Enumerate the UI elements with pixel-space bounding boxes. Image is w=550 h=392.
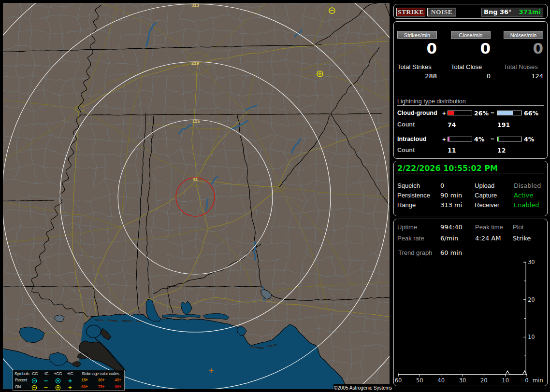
total-close-label: Total Close — [451, 63, 482, 70]
legend-age-75+: 75+ — [98, 384, 105, 390]
noise-button[interactable]: NOISE — [427, 8, 456, 16]
total-noises-label: Total Noises — [504, 63, 538, 70]
ring-label-313: 313 — [191, 3, 199, 8]
legend-row-label: Old — [15, 384, 21, 390]
bearing-label: Bng 36° — [484, 8, 512, 16]
cg-count-label: Count — [397, 121, 415, 128]
legend-row-label: Recent — [15, 378, 27, 383]
status-divider — [396, 173, 545, 173]
svg-text:min: min — [533, 377, 543, 384]
ic-negative-count: 12 — [497, 147, 506, 154]
lightning-map[interactable]: 31321912531 Symbols -CG -IC +CG +IC Stri… — [3, 3, 390, 389]
trend-line — [398, 371, 527, 375]
nexstorm-app: { "header": { "strike_button": "STRIKE",… — [0, 0, 550, 392]
datetime: 2/22/2026 10:55:02 PM — [397, 164, 498, 173]
plus-icon — [67, 378, 73, 384]
noises-per-min-button[interactable]: Noises/min — [504, 31, 543, 39]
intracloud-label: Intracloud — [397, 136, 426, 142]
legend-age-45+: 45+ — [115, 378, 121, 383]
ic-positive-count: 11 — [448, 147, 456, 154]
legend-col-header-nic: -IC — [43, 371, 48, 377]
svg-text:20: 20 — [480, 377, 488, 384]
range-value: 313 mi — [440, 201, 462, 209]
minus-icon — [43, 385, 49, 391]
svg-text:50: 50 — [416, 377, 423, 384]
counters-panel: Strikes/min Close/min Noises/min 0 0 0 T… — [393, 21, 548, 159]
circle-minus-icon — [31, 378, 38, 384]
map-svg: 31321912531 — [3, 3, 390, 389]
svg-text:60: 60 — [395, 377, 402, 384]
plus-icon — [67, 385, 73, 391]
circle-minus-icon — [31, 385, 38, 391]
squelch-label: Squelch — [397, 182, 420, 189]
svg-text:40: 40 — [437, 377, 445, 384]
circle-plus-icon — [55, 385, 61, 391]
cg-negative-pct: 66% — [524, 110, 538, 117]
total-close-value: 0 — [451, 72, 491, 80]
distribution-title: Lightning type distribution — [397, 98, 466, 105]
svg-text:20: 20 — [528, 296, 535, 303]
svg-text:30: 30 — [459, 377, 466, 384]
svg-text:30: 30 — [528, 259, 535, 266]
legend-symbols-header: Symbols — [14, 371, 29, 377]
cg-negative-bar — [497, 111, 522, 115]
persistence-label: Persistence — [397, 192, 430, 199]
trend-panel: Uptime 994:40 Peak time Plot Peak rate 6… — [393, 219, 548, 386]
legend-age-30+: 30+ — [98, 378, 105, 383]
status-panel: 2/22/2026 10:55:02 PM Squelch 0 Upload D… — [393, 161, 548, 216]
ring-label-125: 125 — [192, 118, 201, 124]
cg-plus-sign: + — [442, 110, 446, 117]
svg-text:10: 10 — [528, 334, 535, 340]
strikes-per-min-button[interactable]: Strikes/min — [397, 31, 437, 39]
total-strikes-value: 288 — [397, 72, 437, 80]
cg-positive-bar — [448, 111, 472, 115]
circle-plus-icon — [55, 378, 61, 384]
distribution-divider — [397, 105, 544, 106]
strikes-per-min-value: 0 — [397, 40, 437, 56]
map-legend: Symbols -CG -IC +CG +IC Strike age color… — [13, 370, 125, 391]
ic-negative-bar — [497, 137, 522, 141]
copyright: ©2005 Astrogenic Systems — [333, 384, 392, 392]
bearing-display: Bng 36° 371mi — [481, 8, 543, 16]
upload-label: Upload — [475, 182, 494, 189]
ring-label-31: 31 — [193, 176, 198, 182]
capture-value: Active — [514, 192, 533, 199]
ring-label-219: 219 — [191, 60, 199, 66]
legend-col-header-pcg: +CG — [54, 371, 62, 377]
ic-count-label: Count — [397, 147, 415, 154]
ic-positive-bar — [448, 137, 472, 141]
noises-per-min-value: 0 — [504, 40, 543, 56]
ic-negative-pct: 4% — [524, 136, 534, 143]
persistence-value: 90 min — [440, 192, 462, 199]
legend-age-60+: 60+ — [81, 384, 88, 390]
trend-axes: 1020306050403020100min — [395, 259, 543, 384]
range-label: Range — [397, 201, 416, 209]
receiver-label: Receiver — [475, 201, 499, 209]
legend-age-90+: 90+ — [115, 384, 121, 390]
squelch-value: 0 — [440, 182, 444, 189]
cg-negative-count: 191 — [497, 121, 510, 128]
bearing-range: 371mi — [519, 8, 541, 16]
receiver-value: Enabled — [514, 201, 539, 209]
close-per-min-button[interactable]: Close/min — [451, 31, 491, 39]
legend-col-header-pic: +IC — [67, 371, 73, 377]
svg-text:10: 10 — [502, 377, 509, 384]
ic-minus-sign: − — [491, 135, 494, 142]
minus-icon — [43, 378, 49, 384]
total-noises-value: 124 — [504, 72, 543, 80]
legend-col-header-ncg: -CG — [31, 371, 38, 377]
legend-age-15+: 15+ — [81, 378, 88, 383]
close-per-min-value: 0 — [451, 40, 491, 56]
total-strikes-label: Total Strikes — [397, 63, 432, 70]
upload-value: Disabled — [514, 182, 541, 189]
legend-age-header: Strike age color codes — [82, 371, 119, 377]
svg-text:0: 0 — [525, 377, 528, 384]
mode-bar: STRIKE NOISE Bng 36° 371mi — [393, 4, 548, 19]
cg-minus-sign: − — [491, 109, 494, 116]
strike-button[interactable]: STRIKE — [396, 8, 425, 16]
cg-positive-count: 74 — [448, 121, 456, 128]
capture-label: Capture — [475, 192, 497, 199]
trend-graph: 1020306050403020100min — [394, 219, 547, 386]
ic-plus-sign: + — [442, 136, 446, 143]
cloud-ground-label: Cloud-ground — [397, 110, 437, 116]
